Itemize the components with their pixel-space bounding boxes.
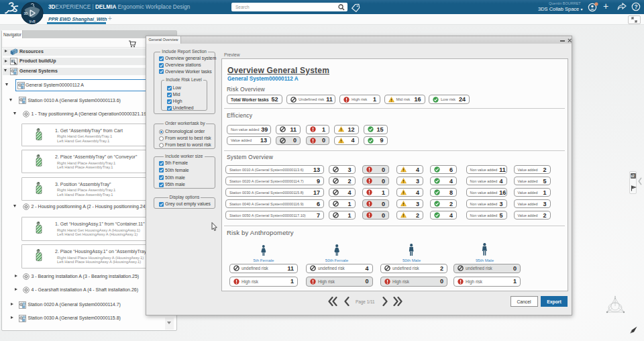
svg-text:V+R: V+R — [30, 20, 36, 23]
svg-text:3D: 3D — [24, 12, 29, 15]
svg-text:?: ? — [634, 3, 637, 10]
